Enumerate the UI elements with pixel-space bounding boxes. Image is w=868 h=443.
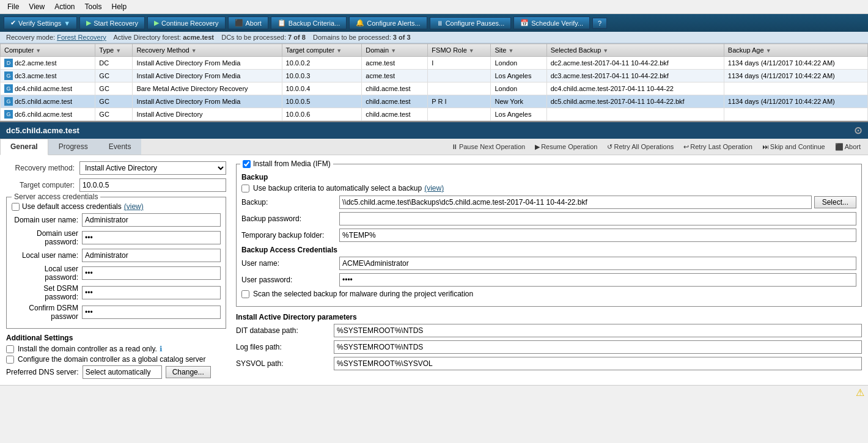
recovery-method-label: Recovery method: (6, 164, 79, 172)
table-row[interactable]: Ddc2.acme.testDCInstall Active Directory… (1, 57, 868, 70)
userpass-input[interactable] (339, 273, 856, 287)
collapse-button[interactable]: ⊙ (854, 125, 862, 136)
retry-last-button[interactable]: ↩ Retry Last Operation (680, 140, 756, 153)
backup-password-label: Backup password: (241, 214, 339, 223)
help-button[interactable]: ? (592, 18, 607, 29)
help-icon: ? (598, 20, 601, 27)
scan-checkbox[interactable] (241, 290, 249, 298)
retry-all-button[interactable]: ↺ Retry All Operations (603, 140, 677, 153)
backup-select-button[interactable]: Select... (814, 196, 856, 208)
criteria-view-link[interactable]: (view) (424, 184, 444, 192)
tab-container: General Progress Events ⏸ Pause Next Ope… (0, 139, 868, 155)
menu-tools[interactable]: Tools (80, 1, 107, 12)
col-method[interactable]: Recovery Method ▼ (133, 44, 282, 57)
dns-row: Preferred DNS server: Change... (6, 365, 226, 379)
username-input[interactable] (339, 257, 856, 270)
schedule-icon: 📅 (520, 19, 529, 27)
sysvol-input[interactable] (334, 357, 862, 370)
table-cell-7: dc2.acme.test-2017-04-11 10-44-22.bkf (546, 57, 724, 70)
temp-folder-input[interactable] (339, 229, 856, 242)
menu-action[interactable]: Action (50, 1, 79, 12)
change-dns-button[interactable]: Change... (166, 366, 211, 378)
abort-button[interactable]: ⬛ Abort (228, 16, 268, 29)
table-cell-4: acme.test (362, 70, 428, 82)
dit-input[interactable] (334, 324, 862, 337)
toolbar: ✔ Verify Settings ▼ ▶ Start Recovery ▶ C… (0, 14, 868, 32)
credentials-section: Server access credentials Use default ac… (6, 197, 226, 329)
install-readonly-checkbox[interactable] (6, 345, 14, 353)
recovery-method-select[interactable]: Install Active Directory Install Active … (79, 161, 226, 175)
use-default-checkbox[interactable] (12, 203, 20, 211)
domain-pass-row: Domain user password: (12, 229, 221, 246)
resume-button[interactable]: ▶ Resume Operation (531, 140, 601, 153)
table-row[interactable]: Gdc5.child.acme.testGCInstall Active Dir… (1, 95, 868, 108)
tab-events[interactable]: Events (98, 139, 142, 155)
continue-recovery-button[interactable]: ▶ Continue Recovery (147, 16, 226, 29)
col-site[interactable]: Site ▼ (491, 44, 546, 57)
warning-icon: ⚠ (856, 387, 864, 398)
log-input[interactable] (334, 340, 862, 354)
start-recovery-button[interactable]: ▶ Start Recovery (79, 16, 145, 29)
col-fsmo[interactable]: FSMO Role ▼ (428, 44, 491, 57)
target-computer-input[interactable] (79, 178, 226, 192)
install-readonly-label: Install the domain controller as a read … (18, 345, 157, 353)
domain-user-input[interactable] (82, 213, 221, 227)
table-cell-5 (428, 108, 491, 121)
dcs-label: DCs to be processed: (221, 34, 286, 41)
schedule-verify-button[interactable]: 📅 Schedule Verify... (513, 16, 590, 29)
dit-row: DIT database path: (236, 324, 862, 337)
tab-general[interactable]: General (0, 139, 48, 155)
col-age[interactable]: Backup Age ▼ (724, 44, 867, 57)
verify-dropdown-arrow[interactable]: ▼ (64, 20, 70, 27)
tab-abort-button[interactable]: ⬛ Abort (831, 140, 864, 153)
verify-settings-button[interactable]: ✔ Verify Settings ▼ (4, 16, 77, 29)
local-user-input[interactable] (82, 249, 221, 262)
pause-next-button[interactable]: ⏸ Pause Next Operation (447, 140, 529, 153)
backup-criteria-button[interactable]: 📋 Backup Criteria... (271, 16, 347, 29)
col-domain[interactable]: Domain ▼ (362, 44, 428, 57)
col-backup[interactable]: Selected Backup ▼ (546, 44, 724, 57)
table-row[interactable]: Gdc6.child.acme.testGCInstall Active Dir… (1, 108, 868, 121)
ifm-checkbox[interactable] (243, 160, 251, 168)
table-row[interactable]: Gdc4.child.acme.testGCBare Metal Active … (1, 82, 868, 95)
temp-folder-row: Temporary backup folder: (241, 229, 856, 242)
recovery-mode-value[interactable]: Forest Recovery (57, 34, 106, 41)
table-row[interactable]: Gdc3.acme.testGCInstall Active Directory… (1, 70, 868, 82)
col-computer[interactable]: Computer ▼ (1, 44, 95, 57)
table-cell-3: 10.0.0.6 (282, 108, 362, 121)
use-criteria-checkbox[interactable] (241, 185, 249, 192)
backup-path-input[interactable] (339, 196, 812, 209)
userpass-row: User password: (241, 273, 856, 287)
configure-catalog-checkbox[interactable] (6, 356, 14, 364)
skip-continue-button[interactable]: ⏭ Skip and Continue (759, 140, 829, 153)
domains-value: 3 of 3 (393, 34, 411, 41)
use-default-view-link[interactable]: (view) (124, 202, 144, 211)
table-cell-7: dc4.child.acme.test-2017-04-11 10-44-22 (546, 82, 724, 95)
menu-file[interactable]: File (2, 1, 24, 12)
target-computer-label: Target computer: (6, 181, 79, 189)
table-cell-1: GC (95, 108, 133, 121)
tab-progress[interactable]: Progress (48, 139, 98, 155)
configure-pauses-button[interactable]: ⏸ Configure Pauses... (430, 17, 512, 29)
backup-password-input[interactable] (339, 212, 856, 225)
menu-view[interactable]: View (24, 1, 50, 12)
menu-help[interactable]: Help (107, 1, 132, 12)
col-target[interactable]: Target computer ▼ (282, 44, 362, 57)
confirm-dsrm-input[interactable] (82, 306, 221, 319)
ad-params-title: Install Active Directory parameters (236, 313, 862, 321)
dns-input[interactable] (83, 365, 162, 379)
configure-alerts-button[interactable]: 🔔 Configure Alerts... (349, 16, 427, 29)
domain-pass-input[interactable] (82, 231, 221, 244)
ad-forest-value: acme.test (183, 34, 214, 41)
ifm-box: Install from Media (IFM) Backup Use back… (236, 164, 862, 307)
scan-row: Scan the selected backup for malware dur… (241, 290, 856, 298)
recovery-mode-label: Recovery mode: (6, 34, 55, 41)
local-pass-input[interactable] (82, 266, 221, 280)
dsrm-pass-input[interactable] (82, 286, 221, 299)
detail-title-bar: dc5.child.acme.test ⊙ (0, 122, 868, 139)
col-type[interactable]: Type ▼ (95, 44, 133, 57)
confirm-dsrm-label: Confirm DSRM passwor (12, 304, 82, 321)
resume-icon: ▶ (535, 143, 540, 151)
sysvol-label: SYSVOL path: (236, 359, 334, 368)
table-cell-2: Install Active Directory (133, 108, 282, 121)
